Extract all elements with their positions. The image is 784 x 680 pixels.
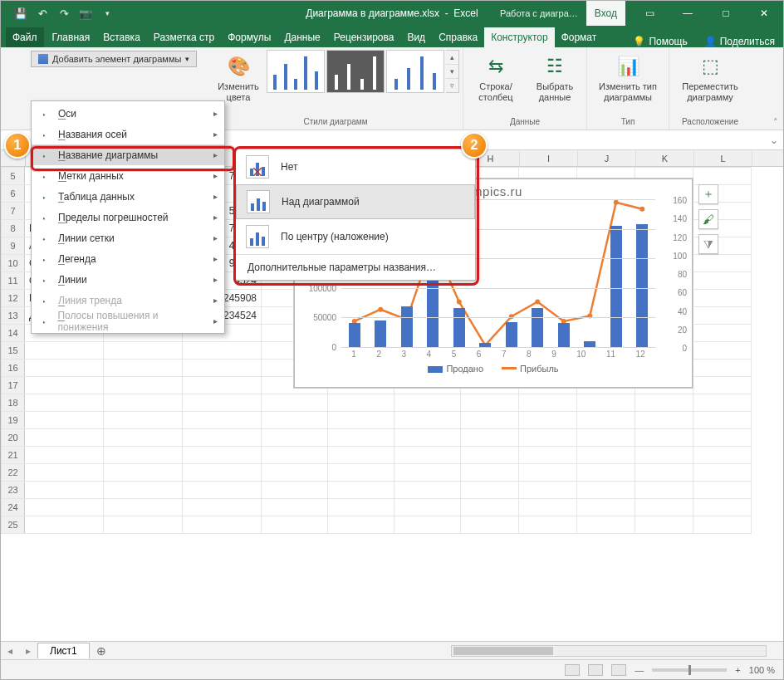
menu-item-icon: ⬪: [37, 293, 51, 308]
chart-legend[interactable]: Продано Прибыль: [295, 364, 692, 374]
style-thumb[interactable]: [386, 50, 444, 93]
tab-formulas[interactable]: Формулы: [221, 27, 277, 47]
row-header[interactable]: 12: [2, 290, 25, 307]
row-header[interactable]: 11: [2, 272, 25, 290]
new-sheet-button[interactable]: ⊕: [90, 644, 113, 658]
row-header[interactable]: 14: [2, 325, 25, 342]
view-normal-icon[interactable]: [565, 664, 580, 676]
chart-plus-button[interactable]: ＋: [698, 184, 718, 204]
row-header[interactable]: 22: [2, 464, 25, 482]
tab-file[interactable]: Файл: [6, 27, 44, 47]
row-header[interactable]: 17: [2, 377, 25, 394]
row-header[interactable]: 9: [2, 237, 25, 255]
chevron-down-icon: ▾: [185, 55, 189, 63]
share-button[interactable]: 👤 Поделиться: [696, 36, 783, 47]
row-header[interactable]: 8: [2, 220, 25, 237]
chart-filter-button[interactable]: ⧩: [698, 234, 718, 254]
chevron-right-icon: ▸: [213, 192, 218, 201]
menu-item[interactable]: ⬪Легенда▸: [32, 248, 224, 269]
row-header[interactable]: 23: [2, 482, 25, 499]
switch-rowcol-button[interactable]: ⇆Строка/столбец: [467, 50, 525, 104]
group-label: Тип: [621, 117, 635, 128]
chevron-right-icon: ▸: [213, 171, 218, 180]
style-thumb[interactable]: [326, 50, 385, 93]
expand-formula-icon[interactable]: ⌄: [765, 130, 783, 149]
group-label: Стили диаграмм: [303, 117, 367, 128]
camera-icon[interactable]: 📷: [76, 3, 96, 23]
menu-item[interactable]: ⬪Пределы погрешностей▸: [32, 207, 224, 227]
tab-review[interactable]: Рецензирова: [327, 27, 401, 47]
view-pagebreak-icon[interactable]: [611, 664, 626, 676]
row-header[interactable]: 5: [2, 168, 25, 185]
chevron-right-icon: ▸: [213, 275, 218, 284]
submenu-item-above[interactable]: Над диаграммой: [236, 184, 475, 219]
signin-button[interactable]: Вход: [586, 1, 625, 26]
zoom-slider[interactable]: [652, 668, 727, 672]
select-data-button[interactable]: ☷Выбрать данные: [527, 50, 583, 104]
gallery-more[interactable]: ▴▾▿: [446, 50, 459, 93]
add-chart-element-button[interactable]: Добавить элемент диаграммы ▾: [31, 51, 197, 67]
sheet-nav-prev[interactable]: ◂: [1, 645, 19, 657]
submenu-item-none[interactable]: Нет: [236, 149, 475, 184]
menu-item[interactable]: ⬪Линии сетки▸: [32, 227, 224, 248]
zoom-in-icon[interactable]: +: [735, 665, 740, 675]
tellme[interactable]: 💡 Помощь: [625, 36, 695, 47]
row-header[interactable]: 24: [2, 499, 25, 516]
zoom-out-icon[interactable]: —: [635, 665, 644, 675]
style-thumb[interactable]: [267, 50, 325, 93]
menu-item[interactable]: ⬪Линии▸: [32, 269, 224, 290]
collapse-ribbon-icon[interactable]: ˄: [773, 117, 778, 128]
change-colors-button[interactable]: 🎨 Изменить цвета: [212, 50, 265, 104]
horizontal-scrollbar[interactable]: [451, 645, 767, 657]
row-header[interactable]: 19: [2, 412, 25, 429]
data-icon: ☷: [541, 53, 568, 80]
redo-icon[interactable]: ↷: [54, 3, 74, 23]
col-header[interactable]: K: [636, 150, 694, 166]
tab-insert[interactable]: Вставка: [96, 27, 147, 47]
group-label: Расположение: [682, 117, 738, 128]
row-header[interactable]: 16: [2, 360, 25, 377]
tab-home[interactable]: Главная: [46, 27, 97, 47]
row-header[interactable]: 25: [2, 516, 25, 534]
row-header[interactable]: 6: [2, 185, 25, 203]
save-icon[interactable]: 💾: [11, 3, 31, 23]
group-label: Данные: [510, 117, 540, 128]
tab-help[interactable]: Справка: [432, 27, 484, 47]
menu-item[interactable]: ⬪Оси▸: [32, 103, 224, 124]
chart-styles-gallery[interactable]: ▴▾▿: [267, 50, 459, 93]
tab-pagelayout[interactable]: Разметка стр: [147, 27, 221, 47]
menu-item[interactable]: ⬪Таблица данных▸: [32, 186, 224, 207]
menu-item[interactable]: ⬪Название диаграммы▸: [32, 144, 224, 165]
tab-data[interactable]: Данные: [277, 27, 326, 47]
row-header[interactable]: 15: [2, 342, 25, 360]
undo-icon[interactable]: ↶: [32, 3, 52, 23]
close-icon[interactable]: ✕: [745, 1, 783, 26]
row-header[interactable]: 18: [2, 394, 25, 412]
sheet-nav-next[interactable]: ▸: [19, 645, 37, 657]
menu-item[interactable]: ⬪Метки данных▸: [32, 165, 224, 186]
submenu-item-overlay[interactable]: По центру (наложение): [236, 219, 475, 254]
row-header[interactable]: 10: [2, 255, 25, 272]
row-header[interactable]: 20: [2, 429, 25, 447]
qat-more-icon[interactable]: ▾: [97, 3, 117, 23]
minimize-icon[interactable]: —: [669, 1, 707, 26]
zoom-level[interactable]: 100 %: [749, 665, 775, 675]
maximize-icon[interactable]: □: [707, 1, 745, 26]
tab-format[interactable]: Формат: [555, 27, 604, 47]
move-chart-button[interactable]: ⬚Переместить диаграмму: [673, 50, 747, 104]
change-chart-type-button[interactable]: 📊Изменить тип диаграммы: [590, 50, 665, 104]
row-header[interactable]: 21: [2, 447, 25, 464]
col-header[interactable]: L: [694, 150, 752, 166]
col-header[interactable]: J: [578, 150, 636, 166]
view-pagelayout-icon[interactable]: [588, 664, 603, 676]
menu-item[interactable]: ⬪Названия осей▸: [32, 124, 224, 144]
tab-view[interactable]: Вид: [400, 27, 432, 47]
submenu-item-more[interactable]: Дополнительные параметры названия…: [236, 254, 475, 280]
sheet-tab[interactable]: Лист1: [37, 643, 90, 658]
chart-brush-button[interactable]: 🖌: [698, 209, 718, 229]
tab-design[interactable]: Конструктор: [484, 27, 554, 47]
row-header[interactable]: 13: [2, 307, 25, 325]
ribbon-display-icon[interactable]: ▭: [630, 1, 669, 26]
col-header[interactable]: I: [520, 150, 578, 166]
row-header[interactable]: 7: [2, 203, 25, 220]
